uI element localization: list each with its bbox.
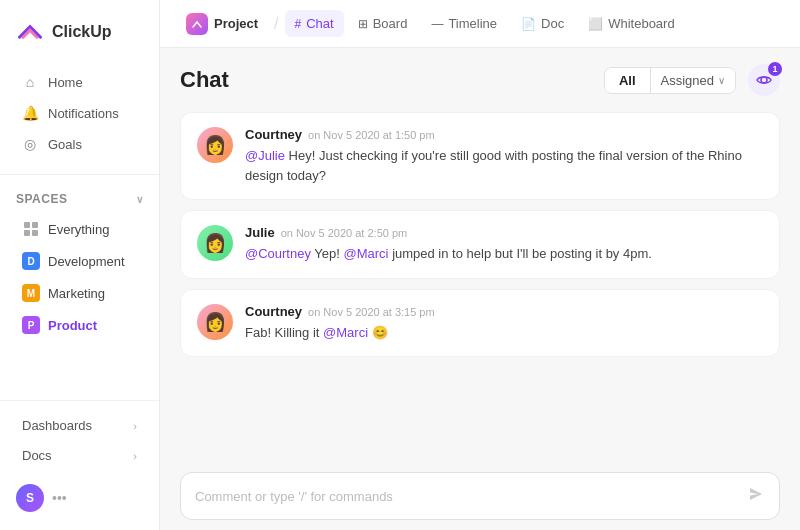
tab-whiteboard[interactable]: ⬜ Whiteboard xyxy=(578,10,684,37)
nav-separator: / xyxy=(274,15,278,33)
chat-area: Chat All Assigned ∨ 1 xyxy=(160,48,800,530)
sidebar-nav: ⌂ Home 🔔 Notifications ◎ Goals xyxy=(0,62,159,164)
message-3-body-before: Fab! Killing it xyxy=(245,325,323,340)
chat-header: Chat All Assigned ∨ 1 xyxy=(180,64,780,96)
tab-chat[interactable]: # Chat xyxy=(285,10,344,37)
logo-text: ClickUp xyxy=(52,23,112,41)
sidebar-divider-2 xyxy=(0,400,159,401)
mention-julie-1[interactable]: @Julie xyxy=(245,148,285,163)
everything-label: Everything xyxy=(48,222,109,237)
clickup-logo-icon xyxy=(16,18,44,46)
sidebar: ClickUp ⌂ Home 🔔 Notifications ◎ Goals S… xyxy=(0,0,160,530)
message-3-text: Fab! Killing it @Marci 😊 xyxy=(245,323,763,343)
tab-chat-label: Chat xyxy=(306,16,333,31)
development-label: Development xyxy=(48,254,125,269)
dashboards-label: Dashboards xyxy=(22,418,92,433)
spaces-label: Spaces xyxy=(16,192,67,206)
sidebar-item-product[interactable]: P Product xyxy=(6,310,153,340)
message-1-body: Hey! Just checking if you're still good … xyxy=(245,148,742,183)
marketing-label: Marketing xyxy=(48,286,105,301)
message-2-body-after: jumped in to help but I'll be posting it… xyxy=(392,246,652,261)
sidebar-goals-label: Goals xyxy=(48,137,82,152)
notification-count-badge: 1 xyxy=(768,62,782,76)
message-2-content: Julie on Nov 5 2020 at 2:50 pm @Courtney… xyxy=(245,225,763,264)
filter-group: All Assigned ∨ xyxy=(604,67,736,94)
chat-hash-icon: # xyxy=(295,17,302,31)
tab-doc[interactable]: 📄 Doc xyxy=(511,10,574,37)
sidebar-item-docs[interactable]: Docs › xyxy=(6,441,153,470)
docs-label: Docs xyxy=(22,448,52,463)
home-icon: ⌂ xyxy=(22,74,38,90)
sidebar-item-marketing[interactable]: M Marketing xyxy=(6,278,153,308)
product-label: Product xyxy=(48,318,97,333)
mention-courtney[interactable]: @Courtney xyxy=(245,246,311,261)
logo[interactable]: ClickUp xyxy=(0,0,159,62)
sidebar-item-development[interactable]: D Development xyxy=(6,246,153,276)
sidebar-divider xyxy=(0,174,159,175)
notification-bell-button[interactable]: 1 xyxy=(748,64,780,96)
timeline-icon: — xyxy=(431,17,443,31)
mention-marci-2[interactable]: @Marci xyxy=(323,325,368,340)
whiteboard-icon: ⬜ xyxy=(588,17,603,31)
message-3-time: on Nov 5 2020 at 3:15 pm xyxy=(308,306,435,318)
chat-header-right: All Assigned ∨ 1 xyxy=(604,64,780,96)
message-3-meta: Courtney on Nov 5 2020 at 3:15 pm xyxy=(245,304,763,319)
project-tab[interactable]: Project xyxy=(176,7,268,41)
dashboards-chevron-icon: › xyxy=(133,420,137,432)
development-dot: D xyxy=(22,252,40,270)
product-dot: P xyxy=(22,316,40,334)
message-2-time: on Nov 5 2020 at 2:50 pm xyxy=(281,227,408,239)
main-content: Project / # Chat ⊞ Board — Timeline 📄 Do… xyxy=(160,0,800,530)
tab-board[interactable]: ⊞ Board xyxy=(348,10,418,37)
message-1: 👩 Courtney on Nov 5 2020 at 1:50 pm @Jul… xyxy=(180,112,780,200)
sidebar-item-home[interactable]: ⌂ Home xyxy=(6,67,153,97)
avatar-julie: 👩 xyxy=(197,225,233,261)
goals-icon: ◎ xyxy=(22,136,38,152)
comment-placeholder: Comment or type '/' for commands xyxy=(195,489,393,504)
message-3-author: Courtney xyxy=(245,304,302,319)
project-label: Project xyxy=(214,16,258,31)
user-dots-icon: ••• xyxy=(52,490,67,506)
svg-rect-0 xyxy=(24,222,30,228)
top-nav: Project / # Chat ⊞ Board — Timeline 📄 Do… xyxy=(160,0,800,48)
everything-grid-icon xyxy=(22,220,40,238)
avatar-courtney-1: 👩 xyxy=(197,127,233,163)
svg-point-4 xyxy=(761,77,767,83)
doc-icon: 📄 xyxy=(521,17,536,31)
filter-all-button[interactable]: All xyxy=(605,68,650,93)
message-2: 👩 Julie on Nov 5 2020 at 2:50 pm @Courtn… xyxy=(180,210,780,279)
message-3-content: Courtney on Nov 5 2020 at 3:15 pm Fab! K… xyxy=(245,304,763,343)
tab-timeline[interactable]: — Timeline xyxy=(421,10,507,37)
sidebar-user[interactable]: S ••• xyxy=(0,474,159,522)
project-icon xyxy=(186,13,208,35)
sidebar-item-notifications[interactable]: 🔔 Notifications xyxy=(6,98,153,128)
svg-rect-3 xyxy=(32,230,38,236)
message-3-body-after: 😊 xyxy=(372,325,388,340)
spaces-section-header: Spaces ∨ xyxy=(0,185,159,213)
filter-assigned-button[interactable]: Assigned ∨ xyxy=(650,68,735,93)
message-1-meta: Courtney on Nov 5 2020 at 1:50 pm xyxy=(245,127,763,142)
chat-title: Chat xyxy=(180,67,229,93)
tab-board-label: Board xyxy=(373,16,408,31)
svg-rect-1 xyxy=(32,222,38,228)
filter-assigned-chevron-icon: ∨ xyxy=(718,75,725,86)
comment-input-area[interactable]: Comment or type '/' for commands xyxy=(180,472,780,520)
marketing-dot: M xyxy=(22,284,40,302)
message-1-content: Courtney on Nov 5 2020 at 1:50 pm @Julie… xyxy=(245,127,763,185)
avatar: S xyxy=(16,484,44,512)
message-1-text: @Julie Hey! Just checking if you're stil… xyxy=(245,146,763,185)
tab-timeline-label: Timeline xyxy=(448,16,497,31)
board-icon: ⊞ xyxy=(358,17,368,31)
filter-assigned-label: Assigned xyxy=(661,73,714,88)
sidebar-item-dashboards[interactable]: Dashboards › xyxy=(6,411,153,440)
message-2-meta: Julie on Nov 5 2020 at 2:50 pm xyxy=(245,225,763,240)
sidebar-item-everything[interactable]: Everything xyxy=(6,214,153,244)
sidebar-bottom: Dashboards › Docs › S ••• xyxy=(0,390,159,522)
message-2-author: Julie xyxy=(245,225,275,240)
mention-marci-1[interactable]: @Marci xyxy=(344,246,389,261)
message-1-author: Courtney xyxy=(245,127,302,142)
sidebar-item-goals[interactable]: ◎ Goals xyxy=(6,129,153,159)
send-icon xyxy=(747,485,765,507)
avatar-courtney-2: 👩 xyxy=(197,304,233,340)
svg-rect-2 xyxy=(24,230,30,236)
